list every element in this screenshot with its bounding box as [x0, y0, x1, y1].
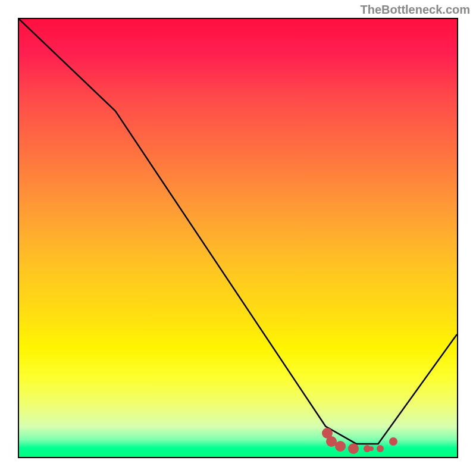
data-marker	[377, 445, 384, 452]
data-marker	[369, 446, 374, 451]
chart-curve	[19, 19, 457, 457]
data-marker	[335, 441, 346, 452]
data-marker	[348, 443, 359, 454]
watermark-text: TheBottleneck.com	[361, 3, 470, 17]
chart-area	[18, 18, 458, 458]
